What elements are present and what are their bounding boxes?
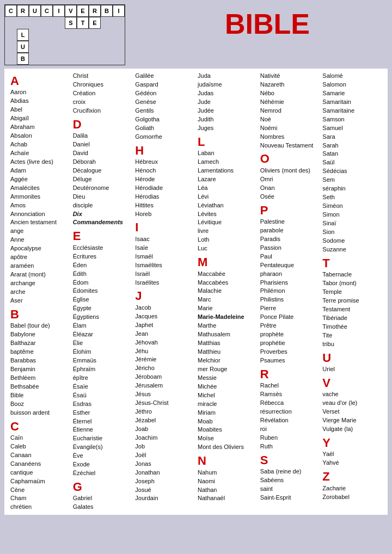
list-item: Salomé (322, 72, 382, 81)
list-item: Jean (135, 330, 194, 338)
list-item: Laban (198, 149, 257, 158)
logo-cell: C (5, 5, 17, 17)
list-item: Tite (322, 331, 382, 340)
logo-cell: B (17, 53, 29, 65)
list-item: Rachel (260, 381, 320, 390)
list-item: Ésaïe (73, 383, 132, 391)
list-item: Hérodias (135, 193, 194, 201)
list-item: Exode (73, 460, 132, 469)
list-item: Jéhovah (135, 338, 194, 347)
list-item: Proverbes (260, 348, 320, 356)
section-heading: S (260, 453, 320, 467)
logo-cell-empty (41, 41, 53, 53)
list-item: Palestine (260, 218, 320, 226)
logo-cell-empty (29, 17, 41, 29)
list-item: vache (322, 390, 382, 399)
list-item: Hébreux (135, 158, 194, 167)
list-item: Testament (322, 305, 382, 314)
list-item: David (73, 149, 132, 158)
word-column-col3: GaliléeGaspardGédéonGenèseGentilsGolgoth… (133, 72, 196, 512)
logo-cell: T (77, 17, 89, 29)
list-item: Révélation (260, 416, 320, 425)
list-item: Dix Commandements (73, 210, 132, 227)
list-item: apôtre (10, 253, 70, 262)
list-item: Jourdain (135, 494, 194, 503)
list-item: Nahum (198, 469, 257, 477)
list-item: Évangile(s) (73, 443, 132, 452)
list-item: Babylone (10, 330, 70, 339)
list-item: Ponce Pilate (260, 313, 320, 322)
list-item: Philémon (260, 287, 320, 296)
list-item: Bethléem (10, 374, 70, 383)
list-item: Dieu (73, 193, 132, 201)
list-item: Galates (73, 503, 132, 512)
list-item: Psaumes (260, 356, 320, 365)
logo-cell-empty (5, 41, 17, 53)
logo-cell-empty (77, 41, 89, 53)
list-item: Israélites (135, 279, 194, 287)
list-item: Siméon (322, 202, 382, 211)
list-item: Genèse (135, 98, 194, 107)
logo-cell-empty (65, 29, 77, 41)
list-item: miracle (198, 400, 257, 409)
list-item: Prêtre (260, 322, 320, 330)
list-item: Édith (73, 270, 132, 279)
list-item: Judas (198, 89, 257, 98)
list-item: Ézéchiel (73, 469, 132, 478)
list-item: croix (73, 98, 132, 107)
list-item: Barabbas (10, 356, 70, 365)
list-item: Hérodiade (135, 184, 194, 193)
list-item: Lévi (198, 193, 257, 201)
list-item: Marc (198, 296, 257, 304)
list-item: Michée (198, 383, 257, 391)
list-item: Ismaélites (135, 261, 194, 270)
section-heading: V (322, 376, 382, 390)
list-item: Saba (reine de) (260, 467, 320, 476)
list-item: Zorobabel (322, 493, 382, 502)
logo-cell-empty (101, 17, 113, 29)
logo-cell: S (65, 17, 77, 29)
list-item: Abigaïl (10, 114, 70, 123)
list-item: Rébecca (260, 399, 320, 408)
list-item: Samaritain (322, 98, 382, 107)
list-item: Omri (260, 175, 320, 184)
list-item: Paul (260, 253, 320, 261)
list-item: Lévitique (198, 218, 257, 227)
list-item: veau d'or (le) (322, 399, 382, 408)
logo-cell: B (101, 5, 113, 17)
list-item: Égyptiens (73, 313, 132, 322)
list-item: Tabernacle (322, 270, 382, 279)
list-item: Jacob (135, 304, 194, 312)
word-column-col6: SaloméSalomonSamarieSamaritainSamaritain… (321, 72, 383, 512)
logo-top: C R U C I V E R B I S T E (4, 4, 125, 65)
list-item: Sion (322, 228, 382, 237)
list-item: Nombres (260, 133, 320, 141)
logo-cell: I (53, 5, 65, 17)
list-item: Cham (10, 494, 70, 503)
list-item: Amos (10, 201, 70, 210)
logo-cell: U (17, 41, 29, 53)
list-item: Moïse (198, 434, 257, 443)
list-item: Néhémie (260, 98, 320, 107)
section-heading: T (322, 256, 382, 270)
list-item: Bethsabée (10, 383, 70, 391)
list-item: Noémi (260, 124, 320, 133)
list-item: roi (260, 425, 320, 434)
logo-cell-empty (113, 41, 125, 53)
list-item: Canaan (10, 451, 70, 460)
word-column-col2: ChristChroniquesCréationcroixCrucifixion… (71, 72, 134, 512)
list-item: Ecclésiaste (73, 244, 132, 253)
list-item: Sinaï (322, 219, 382, 228)
list-item: Moab (198, 417, 257, 426)
logo-cell-empty (113, 53, 125, 65)
list-item: Golgotha (135, 115, 194, 124)
list-item: Joachim (135, 434, 194, 442)
list-item: Galilée (135, 72, 194, 81)
list-item: Hérode (135, 175, 194, 184)
list-item: Pentateuque (260, 261, 320, 270)
list-item: Ésaü (73, 391, 132, 400)
logo-cell-empty (5, 53, 17, 65)
list-item: Mont des Oliviers (198, 443, 257, 452)
list-item: Suzanne (322, 245, 382, 254)
list-item: Caïn (10, 434, 70, 442)
